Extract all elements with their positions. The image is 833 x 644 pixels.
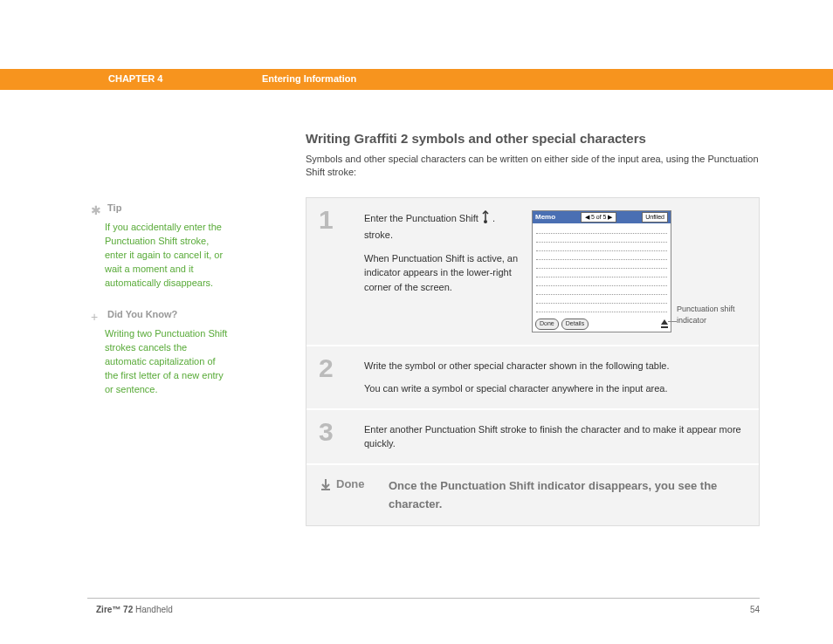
pda-category: Unfiled (642, 212, 668, 223)
did-you-know-block: + Did You Know? Writing two Punctuation … (91, 308, 231, 397)
step2-text-1: Write the symbol or other special charac… (364, 359, 747, 373)
step-2: 2 Write the symbol or other special char… (306, 346, 759, 410)
step-number: 2 (319, 355, 364, 396)
pda-app-title: Memo (535, 212, 555, 223)
step3-text-1: Enter another Punctuation Shift stroke t… (364, 422, 747, 451)
page-number: 54 (750, 605, 760, 614)
section-intro: Symbols and other special characters can… (306, 153, 760, 180)
done-label: Done (336, 477, 389, 490)
dyk-heading: Did You Know? (107, 309, 177, 319)
dyk-body: Writing two Punctuation Shift strokes ca… (105, 327, 231, 397)
punctuation-shift-stroke-icon (481, 210, 490, 229)
pda-done-button: Done (535, 319, 559, 330)
pda-details-button: Details (561, 319, 589, 330)
chapter-title: Entering Information (262, 73, 356, 84)
asterisk-icon: ✱ (91, 202, 105, 219)
svg-point-0 (484, 220, 487, 223)
plus-icon: + (91, 308, 105, 325)
done-arrow-icon (319, 477, 336, 495)
tip-block: ✱ Tip If you accidentally enter the Punc… (91, 202, 231, 291)
pda-nav: ◀ 5 of 5 ▶ (581, 212, 616, 223)
step-number: 3 (319, 419, 364, 451)
step2-text-2: You can write a symbol or special charac… (364, 381, 747, 396)
callout-label: Punctuation shift indicator (677, 304, 755, 332)
step-number: 1 (319, 207, 364, 332)
step-1: 1 Enter the Punctuation Shift (306, 198, 759, 346)
section-title: Writing Graffiti 2 symbols and other spe… (306, 131, 760, 146)
tip-body: If you accidentally enter the Punctuatio… (105, 221, 231, 291)
done-text: Once the Punctuation Shift indicator dis… (389, 477, 747, 514)
step1-text-2: When Punctuation Shift is active, an ind… (364, 251, 521, 295)
punctuation-shift-indicator-icon (661, 321, 668, 328)
tip-heading: Tip (107, 202, 121, 213)
step1-text-1: Enter the Punctuation Shift . stroke. (364, 210, 521, 243)
step-3: 3 Enter another Punctuation Shift stroke… (306, 410, 759, 465)
pda-screenshot: Memo ◀ 5 of 5 ▶ Unfiled (532, 210, 671, 332)
chapter-label: CHAPTER 4 (108, 73, 162, 84)
done-row: Done Once the Punctuation Shift indicato… (306, 465, 759, 526)
pda-memo-lines (536, 225, 667, 316)
main-content: Writing Graffiti 2 symbols and other spe… (306, 131, 760, 526)
footer-product: Zire™ 72 Handheld (96, 605, 173, 614)
chapter-header-bar: CHAPTER 4 Entering Information (0, 69, 833, 90)
footer-rule (87, 598, 760, 599)
sidebar: ✱ Tip If you accidentally enter the Punc… (91, 202, 231, 414)
steps-box: 1 Enter the Punctuation Shift (306, 197, 760, 527)
